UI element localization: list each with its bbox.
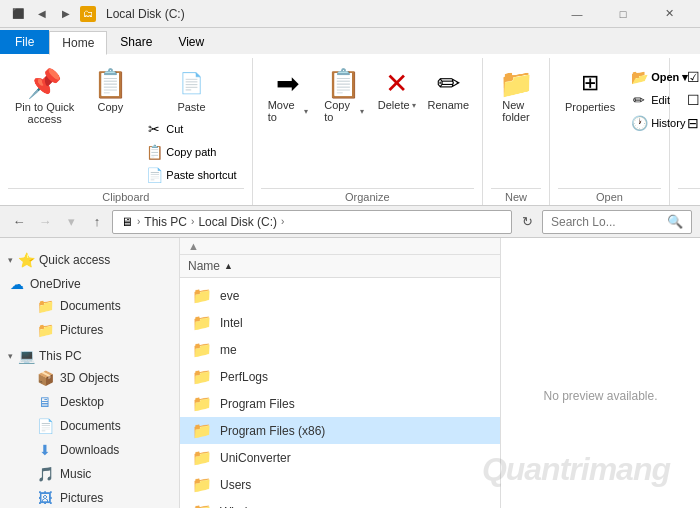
rename-icon: ✏ bbox=[430, 67, 466, 99]
rename-button[interactable]: ✏ Rename bbox=[423, 62, 474, 116]
sidebar-item-pictures2[interactable]: 🖼 Pictures bbox=[0, 486, 179, 508]
onedrive-label: OneDrive bbox=[30, 277, 81, 291]
back-button[interactable]: ← bbox=[8, 211, 30, 233]
sidebar-item-desktop[interactable]: 🖥 Desktop bbox=[0, 390, 179, 414]
select-all-icon: ☑ bbox=[685, 69, 700, 85]
quick-access-btn1[interactable]: ⬛ bbox=[8, 4, 28, 24]
forward-button[interactable]: → bbox=[34, 211, 56, 233]
main-content: ▾ ⭐ Quick access ☁ OneDrive 📁 Documents … bbox=[0, 238, 700, 508]
file-row-users[interactable]: 📁 Users bbox=[180, 471, 500, 498]
file-row-uniconverter[interactable]: 📁 UniConverter bbox=[180, 444, 500, 471]
paste-shortcut-button[interactable]: 📄 Paste shortcut bbox=[139, 164, 243, 186]
move-to-arrow: ▾ bbox=[304, 107, 308, 116]
name-column-header: Name bbox=[188, 259, 220, 273]
maximize-button[interactable]: □ bbox=[600, 0, 646, 28]
invert-selection-icon: ⊟ bbox=[685, 115, 700, 131]
quick-access-btn3[interactable]: ▶ bbox=[56, 4, 76, 24]
sidebar-item-this-pc[interactable]: ▾ 💻 This PC bbox=[0, 342, 179, 366]
music-icon: 🎵 bbox=[36, 466, 54, 482]
move-to-button[interactable]: ➡ Move to ▾ bbox=[261, 62, 316, 128]
sort-arrow-row: ▲ bbox=[180, 238, 500, 255]
invert-selection-button[interactable]: ⊟ Invert selection bbox=[678, 112, 700, 134]
search-icon: 🔍 bbox=[667, 214, 683, 229]
copy-button[interactable]: 📋 Copy bbox=[83, 62, 137, 118]
refresh-button[interactable]: ↻ bbox=[516, 211, 538, 233]
tab-file[interactable]: File bbox=[0, 30, 49, 54]
select-all-button[interactable]: ☑ Select all bbox=[678, 66, 700, 88]
clipboard-items: 📌 Pin to Quickaccess 📋 Copy 📄 Paste ✂ Cu… bbox=[8, 58, 244, 188]
quick-access-label: Quick access bbox=[39, 253, 110, 267]
documents2-icon: 📄 bbox=[36, 418, 54, 434]
file-row-me[interactable]: 📁 me bbox=[180, 336, 500, 363]
copy-label: Copy bbox=[97, 101, 123, 113]
paste-shortcut-icon: 📄 bbox=[146, 167, 162, 183]
delete-icon: ✕ bbox=[379, 67, 415, 99]
file-row-windows[interactable]: 📁 Windows bbox=[180, 498, 500, 508]
copy-to-button[interactable]: 📋 Copy to ▾ bbox=[317, 62, 370, 128]
preview-pane: No preview available. bbox=[500, 238, 700, 508]
minimize-button[interactable]: — bbox=[554, 0, 600, 28]
file-row-program-files[interactable]: 📁 Program Files bbox=[180, 390, 500, 417]
copy-to-label: Copy to bbox=[324, 99, 357, 123]
file-row-eve[interactable]: 📁 eve bbox=[180, 282, 500, 309]
documents-icon: 📁 bbox=[36, 298, 54, 314]
music-label: Music bbox=[60, 467, 91, 481]
documents2-label: Documents bbox=[60, 419, 121, 433]
quick-access-btn2[interactable]: ◀ bbox=[32, 4, 52, 24]
recent-locations-button[interactable]: ▾ bbox=[60, 211, 82, 233]
properties-button[interactable]: ⊞ Properties bbox=[558, 62, 622, 118]
file-name-program-files: Program Files bbox=[220, 397, 295, 411]
tab-view[interactable]: View bbox=[165, 30, 217, 54]
properties-label: Properties bbox=[565, 101, 615, 113]
copy-path-label: Copy path bbox=[166, 146, 216, 158]
onedrive-icon: ☁ bbox=[8, 276, 26, 292]
file-row-program-files-x86[interactable]: 📁 Program Files (x86) bbox=[180, 417, 500, 444]
cut-icon: ✂ bbox=[146, 121, 162, 137]
copy-icon: 📋 bbox=[94, 67, 126, 99]
new-items: 📁 Newfolder bbox=[491, 58, 541, 188]
up-button[interactable]: ↑ bbox=[86, 211, 108, 233]
file-name-intel: Intel bbox=[220, 316, 243, 330]
cut-button[interactable]: ✂ Cut bbox=[139, 118, 243, 140]
sidebar-item-downloads[interactable]: ⬇ Downloads bbox=[0, 438, 179, 462]
file-icon-program-files-x86: 📁 bbox=[192, 421, 212, 440]
file-row-intel[interactable]: 📁 Intel bbox=[180, 309, 500, 336]
quick-access-icon: ⭐ bbox=[17, 252, 35, 268]
downloads-icon: ⬇ bbox=[36, 442, 54, 458]
paste-button[interactable]: 📄 Paste bbox=[139, 62, 243, 118]
sidebar-item-documents2[interactable]: 📄 Documents bbox=[0, 414, 179, 438]
address-path[interactable]: 🖥 › This PC › Local Disk (C:) › bbox=[112, 210, 512, 234]
new-label: New bbox=[491, 188, 541, 205]
ribbon-section-new: 📁 Newfolder New bbox=[483, 58, 550, 205]
path-arrow3: › bbox=[281, 216, 284, 227]
paste-shortcut-label: Paste shortcut bbox=[166, 169, 236, 181]
preview-text: No preview available. bbox=[543, 389, 657, 403]
file-row-perflogs[interactable]: 📁 PerfLogs bbox=[180, 363, 500, 390]
search-box[interactable]: 🔍 bbox=[542, 210, 692, 234]
pin-to-quick-access-button[interactable]: 📌 Pin to Quickaccess bbox=[8, 62, 81, 130]
delete-button[interactable]: ✕ Delete ▾ bbox=[373, 62, 421, 116]
desktop-label: Desktop bbox=[60, 395, 104, 409]
move-to-label-row: Move to ▾ bbox=[268, 99, 309, 123]
sidebar-item-3d-objects[interactable]: 📦 3D Objects bbox=[0, 366, 179, 390]
file-list-area: ▲ Name ▲ 📁 eve 📁 Intel 📁 me 📁 PerfLogs 📁… bbox=[180, 238, 500, 508]
edit-label: Edit bbox=[651, 94, 670, 106]
select-none-button[interactable]: ☐ Select none bbox=[678, 89, 700, 111]
copy-path-button[interactable]: 📋 Copy path bbox=[139, 141, 243, 163]
file-list-header: Name ▲ bbox=[180, 255, 500, 278]
sidebar-item-documents[interactable]: 📁 Documents bbox=[0, 294, 179, 318]
documents-label: Documents bbox=[60, 299, 121, 313]
delete-label: Delete bbox=[378, 99, 410, 111]
new-folder-button[interactable]: 📁 Newfolder bbox=[491, 62, 541, 128]
search-input[interactable] bbox=[551, 215, 663, 229]
close-button[interactable]: ✕ bbox=[646, 0, 692, 28]
sidebar-item-pictures[interactable]: 📁 Pictures bbox=[0, 318, 179, 342]
tab-home[interactable]: Home bbox=[49, 31, 107, 55]
ribbon: 📌 Pin to Quickaccess 📋 Copy 📄 Paste ✂ Cu… bbox=[0, 54, 700, 206]
tab-share[interactable]: Share bbox=[107, 30, 165, 54]
sidebar-item-quick-access[interactable]: ▾ ⭐ Quick access bbox=[0, 246, 179, 270]
pictures-icon: 📁 bbox=[36, 322, 54, 338]
select-label: Select bbox=[678, 188, 700, 205]
sidebar-item-onedrive[interactable]: ☁ OneDrive bbox=[0, 270, 179, 294]
sidebar-item-music[interactable]: 🎵 Music bbox=[0, 462, 179, 486]
